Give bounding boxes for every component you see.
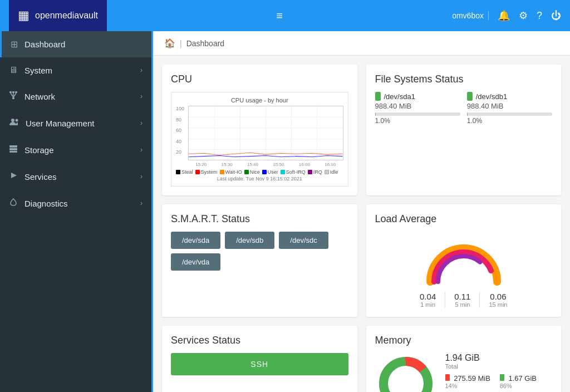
diagnostics-chevron: ›	[140, 199, 142, 207]
legend-irq-label: IRQ	[313, 169, 322, 175]
load-sep-1	[445, 292, 445, 308]
services-title: Services Status	[171, 335, 348, 346]
help-icon[interactable]: ?	[537, 10, 542, 22]
logo-icon: ▦	[18, 8, 30, 23]
sidebar-item-dashboard[interactable]: ⊞ Dashboard	[0, 31, 151, 57]
load-1min: 0.04 1 min	[420, 292, 436, 308]
dashboard-grid: CPU CPU usage - by hour 100 80 60 40 20	[153, 56, 570, 392]
content-area: 🏠 | Dashboard CPU CPU usage - by hour 10…	[153, 31, 570, 392]
breadcrumb-current: Dashboard	[186, 39, 225, 48]
sidebar-item-services-label: Services	[24, 172, 57, 182]
legend-idle-label: Idle	[330, 169, 338, 175]
memory-used-pct: 14%	[445, 383, 498, 389]
legend-system-label: System	[201, 169, 218, 175]
settings-icon[interactable]: ⚙	[519, 9, 528, 22]
home-icon[interactable]: 🏠	[164, 38, 175, 48]
sidebar-item-diagnostics-left: Diagnostics	[9, 198, 68, 209]
topbar: ▦ openmediavault ≡ omv6box 🔔 ⚙ ? ⏻	[0, 0, 570, 31]
x-label-1530: 15:30	[222, 162, 233, 167]
cpu-legend: Steal System Wait-IO Nice	[176, 169, 343, 175]
smart-sdb[interactable]: /dev/sdb	[225, 232, 274, 249]
memory-free-indicator	[500, 374, 504, 381]
x-label-1610: 16:10	[325, 162, 336, 167]
bell-icon[interactable]: 🔔	[498, 9, 510, 22]
memory-free-pct: 86%	[500, 383, 552, 389]
memory-info: 1.94 GiB Total 275.59 MiB 14%	[445, 353, 553, 389]
fs-sdb1-indicator	[467, 92, 473, 101]
y-label-60: 60	[176, 128, 186, 133]
network-chevron: ›	[140, 92, 142, 100]
fs-sda1-percent: 1.0%	[375, 117, 460, 125]
fs-sda1-size: 988.40 MiB	[375, 102, 460, 110]
sidebar-item-system[interactable]: 🖥 System ›	[0, 57, 151, 83]
memory-free-val: 1.67 GiB 86%	[500, 374, 552, 389]
legend-steal: Steal	[176, 169, 193, 175]
sidebar-item-um-left: User Management	[9, 117, 94, 129]
load-1min-num: 0.04	[420, 292, 436, 301]
legend-softirq: Soft-IRQ	[281, 169, 306, 175]
memory-donut-svg	[375, 353, 436, 392]
load-5min-label: 5 min	[454, 301, 470, 308]
main-layout: ⊞ Dashboard 🖥 System › Network ›	[0, 31, 570, 392]
sidebar-item-services[interactable]: Services ›	[0, 163, 151, 190]
fs-sda1-bar-fill	[375, 112, 376, 116]
legend-nice-label: Nice	[250, 169, 260, 175]
svg-rect-2	[15, 91, 17, 93]
load-1min-label: 1 min	[420, 301, 436, 308]
logo-area: ▦ openmediavault	[9, 0, 107, 31]
svg-rect-3	[12, 97, 14, 99]
svg-rect-0	[9, 91, 12, 93]
filesystem-card: File Systems Status /dev/sda1 988.40 MiB…	[366, 65, 562, 195]
load-sep-2	[479, 292, 480, 308]
memory-total-label: Total	[445, 363, 553, 370]
load-gauge-area	[375, 232, 553, 287]
sidebar-item-system-left: 🖥 System	[9, 65, 52, 75]
sidebar-item-network-label: Network	[24, 92, 55, 101]
sidebar: ⊞ Dashboard 🖥 System › Network ›	[0, 31, 153, 392]
fs-sda1-indicator	[375, 92, 381, 101]
load-average-card: Load Average 0.04	[366, 204, 562, 317]
legend-user-label: User	[268, 169, 278, 175]
sidebar-item-um-label: User Management	[26, 119, 94, 128]
x-label-1550: 15:50	[273, 162, 284, 167]
load-values: 0.04 1 min 0.11 5 min 0.06 15 min	[375, 292, 553, 308]
legend-waitio-label: Wait-IO	[225, 169, 242, 175]
services-chevron: ›	[140, 173, 142, 180]
smart-vda[interactable]: /dev/vda	[171, 253, 220, 271]
fs-sdb1-bar-bg	[467, 112, 552, 116]
services-card: Services Status SSH	[162, 326, 357, 392]
ssh-button[interactable]: SSH	[171, 353, 348, 375]
sidebar-item-storage-label: Storage	[24, 145, 54, 155]
system-chevron: ›	[140, 66, 142, 74]
sidebar-item-system-label: System	[24, 66, 52, 75]
breadcrumb-separator: |	[180, 39, 182, 48]
load-15min: 0.06 15 min	[489, 292, 507, 308]
cpu-last-update: Last update: Tue Nov 9 16:15:02 2021	[176, 176, 343, 182]
breadcrumb: 🏠 | Dashboard	[153, 31, 570, 56]
svg-rect-10	[9, 148, 17, 150]
load-title: Load Average	[375, 213, 553, 225]
y-label-20: 20	[176, 149, 186, 155]
memory-free-val-text: 1.67 GiB	[500, 374, 552, 383]
diagnostics-icon	[9, 198, 18, 209]
smart-sda[interactable]: /dev/sda	[171, 232, 220, 249]
services-icon	[9, 171, 18, 182]
svg-rect-9	[9, 145, 17, 148]
smart-sdc[interactable]: /dev/sdc	[279, 232, 328, 249]
dashboard-icon: ⊞	[11, 39, 18, 50]
x-label-1520: 15:20	[195, 162, 207, 167]
sidebar-item-network[interactable]: Network ›	[0, 83, 151, 110]
memory-card: Memory 1.94 GiB Total	[366, 326, 562, 392]
sidebar-item-storage[interactable]: Storage ›	[0, 136, 151, 163]
legend-irq: IRQ	[308, 169, 322, 175]
cpu-title: CPU	[171, 74, 348, 85]
power-icon[interactable]: ⏻	[551, 10, 561, 22]
legend-waitio: Wait-IO	[220, 169, 242, 175]
sidebar-item-diagnostics[interactable]: Diagnostics ›	[0, 190, 151, 217]
smart-title: S.M.A.R.T. Status	[171, 213, 348, 225]
hamburger-icon[interactable]: ≡	[272, 7, 287, 24]
sidebar-item-user-management[interactable]: User Management ›	[0, 110, 151, 136]
load-15min-label: 15 min	[489, 301, 507, 308]
sidebar-item-storage-left: Storage	[9, 144, 54, 155]
fs-item-sda1: /dev/sda1 988.40 MiB 1.0%	[375, 92, 460, 125]
